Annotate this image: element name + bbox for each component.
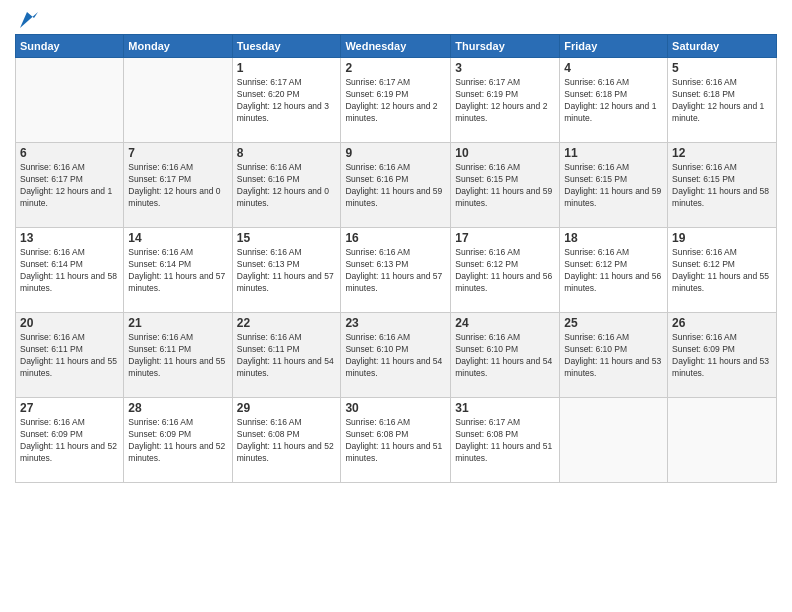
day-info: Sunrise: 6:16 AM Sunset: 6:18 PM Dayligh… — [564, 77, 663, 125]
day-info: Sunrise: 6:16 AM Sunset: 6:13 PM Dayligh… — [345, 247, 446, 295]
day-info: Sunrise: 6:16 AM Sunset: 6:11 PM Dayligh… — [20, 332, 119, 380]
day-info: Sunrise: 6:16 AM Sunset: 6:16 PM Dayligh… — [345, 162, 446, 210]
day-number: 28 — [128, 401, 227, 415]
calendar-week-row: 27Sunrise: 6:16 AM Sunset: 6:09 PM Dayli… — [16, 398, 777, 483]
day-info: Sunrise: 6:16 AM Sunset: 6:10 PM Dayligh… — [564, 332, 663, 380]
day-number: 26 — [672, 316, 772, 330]
calendar-day-cell: 27Sunrise: 6:16 AM Sunset: 6:09 PM Dayli… — [16, 398, 124, 483]
calendar-day-cell: 17Sunrise: 6:16 AM Sunset: 6:12 PM Dayli… — [451, 228, 560, 313]
weekday-header-thursday: Thursday — [451, 35, 560, 58]
day-number: 22 — [237, 316, 337, 330]
day-number: 24 — [455, 316, 555, 330]
day-number: 29 — [237, 401, 337, 415]
day-info: Sunrise: 6:16 AM Sunset: 6:14 PM Dayligh… — [20, 247, 119, 295]
calendar-day-cell: 18Sunrise: 6:16 AM Sunset: 6:12 PM Dayli… — [560, 228, 668, 313]
calendar-day-cell: 19Sunrise: 6:16 AM Sunset: 6:12 PM Dayli… — [668, 228, 777, 313]
day-info: Sunrise: 6:16 AM Sunset: 6:12 PM Dayligh… — [564, 247, 663, 295]
day-info: Sunrise: 6:16 AM Sunset: 6:15 PM Dayligh… — [672, 162, 772, 210]
day-info: Sunrise: 6:17 AM Sunset: 6:19 PM Dayligh… — [345, 77, 446, 125]
calendar-empty-cell — [16, 58, 124, 143]
day-number: 11 — [564, 146, 663, 160]
calendar-day-cell: 5Sunrise: 6:16 AM Sunset: 6:18 PM Daylig… — [668, 58, 777, 143]
day-number: 18 — [564, 231, 663, 245]
calendar-day-cell: 25Sunrise: 6:16 AM Sunset: 6:10 PM Dayli… — [560, 313, 668, 398]
logo-icon — [16, 10, 38, 30]
calendar-day-cell: 23Sunrise: 6:16 AM Sunset: 6:10 PM Dayli… — [341, 313, 451, 398]
day-info: Sunrise: 6:16 AM Sunset: 6:09 PM Dayligh… — [672, 332, 772, 380]
day-number: 20 — [20, 316, 119, 330]
day-info: Sunrise: 6:16 AM Sunset: 6:17 PM Dayligh… — [128, 162, 227, 210]
calendar-day-cell: 7Sunrise: 6:16 AM Sunset: 6:17 PM Daylig… — [124, 143, 232, 228]
day-info: Sunrise: 6:17 AM Sunset: 6:08 PM Dayligh… — [455, 417, 555, 465]
day-number: 8 — [237, 146, 337, 160]
day-number: 6 — [20, 146, 119, 160]
calendar-day-cell: 4Sunrise: 6:16 AM Sunset: 6:18 PM Daylig… — [560, 58, 668, 143]
day-number: 1 — [237, 61, 337, 75]
calendar-empty-cell — [124, 58, 232, 143]
day-info: Sunrise: 6:16 AM Sunset: 6:16 PM Dayligh… — [237, 162, 337, 210]
page: SundayMondayTuesdayWednesdayThursdayFrid… — [0, 0, 792, 612]
calendar-day-cell: 21Sunrise: 6:16 AM Sunset: 6:11 PM Dayli… — [124, 313, 232, 398]
day-number: 19 — [672, 231, 772, 245]
day-number: 10 — [455, 146, 555, 160]
day-info: Sunrise: 6:17 AM Sunset: 6:20 PM Dayligh… — [237, 77, 337, 125]
weekday-header-sunday: Sunday — [16, 35, 124, 58]
day-number: 16 — [345, 231, 446, 245]
day-number: 14 — [128, 231, 227, 245]
day-info: Sunrise: 6:16 AM Sunset: 6:08 PM Dayligh… — [237, 417, 337, 465]
calendar-day-cell: 9Sunrise: 6:16 AM Sunset: 6:16 PM Daylig… — [341, 143, 451, 228]
weekday-header-wednesday: Wednesday — [341, 35, 451, 58]
weekday-header-saturday: Saturday — [668, 35, 777, 58]
calendar-day-cell: 8Sunrise: 6:16 AM Sunset: 6:16 PM Daylig… — [232, 143, 341, 228]
calendar-day-cell: 2Sunrise: 6:17 AM Sunset: 6:19 PM Daylig… — [341, 58, 451, 143]
day-info: Sunrise: 6:16 AM Sunset: 6:11 PM Dayligh… — [128, 332, 227, 380]
calendar-week-row: 20Sunrise: 6:16 AM Sunset: 6:11 PM Dayli… — [16, 313, 777, 398]
day-info: Sunrise: 6:16 AM Sunset: 6:10 PM Dayligh… — [455, 332, 555, 380]
calendar-day-cell: 26Sunrise: 6:16 AM Sunset: 6:09 PM Dayli… — [668, 313, 777, 398]
weekday-header-tuesday: Tuesday — [232, 35, 341, 58]
calendar-day-cell: 28Sunrise: 6:16 AM Sunset: 6:09 PM Dayli… — [124, 398, 232, 483]
calendar-day-cell: 16Sunrise: 6:16 AM Sunset: 6:13 PM Dayli… — [341, 228, 451, 313]
header — [15, 10, 777, 26]
logo — [15, 10, 38, 26]
day-number: 9 — [345, 146, 446, 160]
day-number: 7 — [128, 146, 227, 160]
calendar-day-cell: 10Sunrise: 6:16 AM Sunset: 6:15 PM Dayli… — [451, 143, 560, 228]
calendar-day-cell: 29Sunrise: 6:16 AM Sunset: 6:08 PM Dayli… — [232, 398, 341, 483]
calendar-table: SundayMondayTuesdayWednesdayThursdayFrid… — [15, 34, 777, 483]
day-number: 12 — [672, 146, 772, 160]
calendar-empty-cell — [668, 398, 777, 483]
day-info: Sunrise: 6:16 AM Sunset: 6:17 PM Dayligh… — [20, 162, 119, 210]
calendar-day-cell: 13Sunrise: 6:16 AM Sunset: 6:14 PM Dayli… — [16, 228, 124, 313]
day-number: 3 — [455, 61, 555, 75]
svg-marker-0 — [20, 12, 38, 28]
calendar-week-row: 13Sunrise: 6:16 AM Sunset: 6:14 PM Dayli… — [16, 228, 777, 313]
day-number: 15 — [237, 231, 337, 245]
day-number: 21 — [128, 316, 227, 330]
weekday-header-friday: Friday — [560, 35, 668, 58]
day-info: Sunrise: 6:16 AM Sunset: 6:12 PM Dayligh… — [672, 247, 772, 295]
calendar-day-cell: 15Sunrise: 6:16 AM Sunset: 6:13 PM Dayli… — [232, 228, 341, 313]
day-info: Sunrise: 6:16 AM Sunset: 6:10 PM Dayligh… — [345, 332, 446, 380]
calendar-day-cell: 31Sunrise: 6:17 AM Sunset: 6:08 PM Dayli… — [451, 398, 560, 483]
calendar-day-cell: 6Sunrise: 6:16 AM Sunset: 6:17 PM Daylig… — [16, 143, 124, 228]
day-number: 5 — [672, 61, 772, 75]
weekday-header-monday: Monday — [124, 35, 232, 58]
day-number: 27 — [20, 401, 119, 415]
day-info: Sunrise: 6:16 AM Sunset: 6:11 PM Dayligh… — [237, 332, 337, 380]
calendar-day-cell: 11Sunrise: 6:16 AM Sunset: 6:15 PM Dayli… — [560, 143, 668, 228]
day-info: Sunrise: 6:16 AM Sunset: 6:09 PM Dayligh… — [20, 417, 119, 465]
day-info: Sunrise: 6:16 AM Sunset: 6:15 PM Dayligh… — [564, 162, 663, 210]
day-info: Sunrise: 6:16 AM Sunset: 6:18 PM Dayligh… — [672, 77, 772, 125]
calendar-day-cell: 24Sunrise: 6:16 AM Sunset: 6:10 PM Dayli… — [451, 313, 560, 398]
day-number: 25 — [564, 316, 663, 330]
day-number: 4 — [564, 61, 663, 75]
day-number: 17 — [455, 231, 555, 245]
weekday-header-row: SundayMondayTuesdayWednesdayThursdayFrid… — [16, 35, 777, 58]
day-info: Sunrise: 6:16 AM Sunset: 6:08 PM Dayligh… — [345, 417, 446, 465]
calendar-empty-cell — [560, 398, 668, 483]
day-number: 30 — [345, 401, 446, 415]
calendar-week-row: 1Sunrise: 6:17 AM Sunset: 6:20 PM Daylig… — [16, 58, 777, 143]
day-info: Sunrise: 6:16 AM Sunset: 6:12 PM Dayligh… — [455, 247, 555, 295]
calendar-day-cell: 12Sunrise: 6:16 AM Sunset: 6:15 PM Dayli… — [668, 143, 777, 228]
